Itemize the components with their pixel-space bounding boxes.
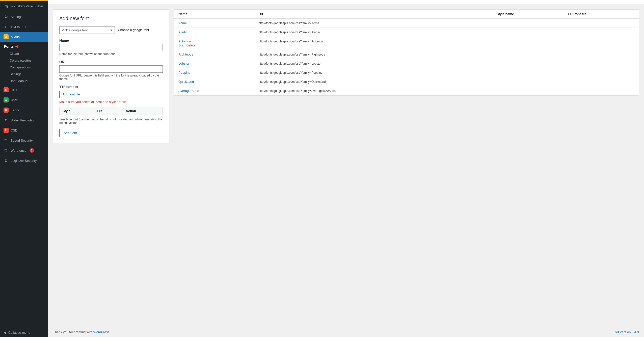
add-font-panel: Add new font Pick a google font ▼ Choose… <box>53 9 169 143</box>
font-style-name-cell <box>493 68 564 77</box>
name-field: Name Name for the font (shown on the fro… <box>59 38 163 56</box>
font-name-cell: Poppins <box>174 68 254 77</box>
sidebar-item-slider-revolution[interactable]: ⚙ Slider Revolution <box>0 115 48 125</box>
font-url-cell: http://fonts.googleapis.com/css?family=Q… <box>254 77 493 86</box>
sidebar-item-label: 404 to 301 <box>11 25 26 29</box>
csd-icon: L <box>4 128 9 133</box>
sidebar-item-settings[interactable]: ⚙ Settings <box>0 12 48 22</box>
ttf-table: Style File Action <box>59 107 163 115</box>
table-row: Acmehttp://fonts.googleapis.com/css?fami… <box>174 19 639 28</box>
sidebar-item-label: Wordfence <box>11 149 26 152</box>
url-field: URL Google font URL. Leave this field em… <box>59 60 163 81</box>
sidebar-item-configurations[interactable]: Configurations <box>0 64 48 71</box>
font-url-cell: http://fonts.googleapis.com/css?family=A… <box>254 86 493 95</box>
kandi-icon: K <box>4 108 9 113</box>
wordpress-link[interactable]: WordPress <box>93 330 110 334</box>
font-ttf-file-cell <box>564 50 639 59</box>
font-name-link[interactable]: Righteous <box>178 53 250 56</box>
font-url-text: http://fonts.googleapis.com/css?family=P… <box>258 71 322 74</box>
add-font-title: Add new font <box>59 16 163 21</box>
sidebar: ⊞ WPBakery Page Builder ⚙ Settings ↩ 404… <box>0 0 48 337</box>
collapse-label: Collapse menu <box>8 331 30 334</box>
font-ttf-file-cell <box>564 28 639 37</box>
main-content: Add new font Pick a google font ▼ Choose… <box>48 0 644 337</box>
sidebar-item-label: Loginizer Security <box>11 159 37 163</box>
google-font-select[interactable]: Pick a google font <box>59 27 115 34</box>
sidebar-item-wordfence[interactable]: 🛡 Wordfence 3 <box>0 145 48 155</box>
table-row: Lobsterhttp://fonts.googleapis.com/css?f… <box>174 59 639 68</box>
col-style-name: Style name <box>493 10 564 19</box>
sidebar-item-cld[interactable]: L CLD <box>0 85 48 95</box>
redirect-icon: ↩ <box>4 24 9 29</box>
sidebar-item-kandi[interactable]: K Kandi <box>0 105 48 115</box>
table-row: Quicksandhttp://fonts.googleapis.com/css… <box>174 77 639 86</box>
col-ttf-font-file: TTF font file <box>564 10 639 19</box>
sucuri-icon: 🛡 <box>4 138 9 143</box>
sidebar-item-colors-palettes[interactable]: Colors palettes <box>0 57 48 64</box>
footer: Thank you for creating with WordPress . … <box>48 327 644 337</box>
sidebar-item-user-manual[interactable]: User Manual <box>0 77 48 84</box>
font-name-link[interactable]: Aclonica <box>178 39 250 43</box>
thank-you-text: Thank you for creating with <box>53 330 93 334</box>
table-row: Righteoushttp://fonts.googleapis.com/css… <box>174 50 639 59</box>
font-select-wrapper: Pick a google font ▼ <box>59 27 115 34</box>
get-version-link[interactable]: Get Version 6.4.3 <box>614 330 639 334</box>
font-action-divider: | <box>185 44 185 47</box>
sidebar-item-wpd[interactable]: W WPD <box>0 95 48 105</box>
sidebar-item-wpbakery[interactable]: ⊞ WPBakery Page Builder <box>0 1 48 12</box>
sidebar-item-label: Kandi <box>11 108 19 112</box>
sidebar-item-sucuri-security[interactable]: 🛡 Sucuri Security <box>0 135 48 145</box>
sidebar-item-label: CSD <box>11 128 17 132</box>
sidebar-item-csd[interactable]: L CSD <box>0 125 48 135</box>
sidebar-item-label: Settings <box>11 15 22 19</box>
font-url-text: http://fonts.googleapis.com/css?family=A… <box>258 40 323 43</box>
table-row: Poppinshttp://fonts.googleapis.com/css?f… <box>174 68 639 77</box>
wpd-icon: W <box>4 97 9 102</box>
sidebar-item-allada[interactable]: A Allada <box>0 32 48 42</box>
font-name-link[interactable]: Acme <box>178 21 250 25</box>
add-font-button[interactable]: Add Font <box>59 129 81 137</box>
footer-left: Thank you for creating with WordPress . <box>53 330 111 334</box>
font-name-link[interactable]: Quicksand <box>178 80 250 84</box>
fonts-table: Name Url Style name TTF font file Acmeht… <box>174 10 639 95</box>
font-name-link[interactable]: Poppins <box>178 71 250 74</box>
font-ttf-file-cell <box>564 59 639 68</box>
font-ttf-file-cell <box>564 68 639 77</box>
table-row: Aladinhttp://fonts.googleapis.com/css?fa… <box>174 28 639 37</box>
fonts-arrow-icon: ◀ <box>15 44 18 49</box>
add-font-file-button[interactable]: Add font file <box>59 91 83 98</box>
col-name: Name <box>174 10 254 19</box>
sidebar-item-loginizer-security[interactable]: ⚙ Loginizer Security <box>0 155 48 166</box>
sidebar-item-404to301[interactable]: ↩ 404 to 301 <box>0 22 48 32</box>
font-url-text: http://fonts.googleapis.com/css?family=A… <box>258 21 319 25</box>
content-area: Add new font Pick a google font ▼ Choose… <box>48 4 644 327</box>
table-row: AclonicaEdit | Deletehttp://fonts.google… <box>174 37 639 50</box>
wordfence-icon: 🛡 <box>4 148 9 153</box>
sidebar-item-fonts[interactable]: Fonts ◀ <box>0 42 48 50</box>
font-ttf-file-cell <box>564 19 639 28</box>
font-url-cell: http://fonts.googleapis.com/css?family=P… <box>254 68 493 77</box>
ttf-label: TTF font file <box>59 85 163 89</box>
font-edit-link[interactable]: Edit <box>178 44 184 47</box>
font-ttf-file-cell <box>564 37 639 50</box>
font-delete-link[interactable]: Delete <box>186 44 195 47</box>
font-url-text: http://fonts.googleapis.com/css?family=Q… <box>258 80 326 84</box>
font-name-link[interactable]: Aladin <box>178 30 250 34</box>
font-name-link[interactable]: Lobster <box>178 62 250 65</box>
name-input[interactable] <box>59 44 163 51</box>
font-url-cell: http://fonts.googleapis.com/css?family=A… <box>254 19 493 28</box>
choose-google-font-label: Choose a google font <box>118 28 149 32</box>
font-actions: Edit | Delete <box>178 44 250 47</box>
font-name-link[interactable]: Average Sans <box>178 89 250 93</box>
font-style-name-cell <box>493 86 564 95</box>
font-url-cell: http://fonts.googleapis.com/css?family=A… <box>254 37 493 50</box>
url-input[interactable] <box>59 65 163 73</box>
font-style-name-cell <box>493 37 564 50</box>
font-name-cell: Lobster <box>174 59 254 68</box>
sidebar-item-label: Slider Revolution <box>11 118 35 122</box>
ttf-hint: TrueType font (can be used if the url is… <box>59 118 163 125</box>
google-font-row: Pick a google font ▼ Choose a google fon… <box>59 27 163 34</box>
sidebar-item-settings-sub[interactable]: Settings <box>0 71 48 77</box>
sidebar-item-clipart[interactable]: Clipart <box>0 50 48 57</box>
collapse-menu-button[interactable]: ◀ Collapse menu <box>0 328 48 337</box>
